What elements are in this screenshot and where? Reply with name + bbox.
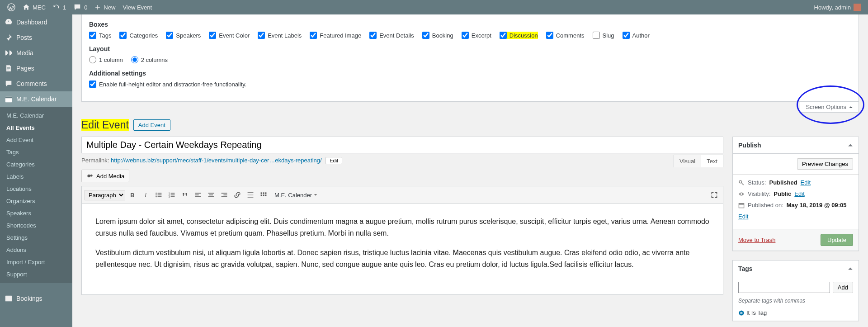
site-name: MEC bbox=[33, 4, 46, 11]
comment-icon bbox=[73, 3, 81, 11]
plus-icon bbox=[94, 4, 101, 10]
avatar bbox=[854, 4, 861, 11]
comments-count: 0 bbox=[84, 4, 87, 11]
updates-count: 1 bbox=[63, 4, 66, 11]
updates-icon bbox=[53, 4, 60, 11]
new-content[interactable]: New bbox=[91, 0, 119, 14]
howdy-user[interactable]: Howdy, admin bbox=[811, 0, 864, 14]
wp-logo[interactable] bbox=[4, 0, 19, 14]
comments-bubble[interactable]: 0 bbox=[70, 0, 91, 14]
admin-bar: MEC 1 0 New View Event Howdy, admin bbox=[0, 0, 868, 14]
site-home[interactable]: MEC bbox=[19, 0, 49, 14]
updates[interactable]: 1 bbox=[49, 0, 70, 14]
home-icon bbox=[23, 4, 30, 11]
view-event[interactable]: View Event bbox=[119, 0, 156, 14]
new-label: New bbox=[104, 4, 115, 11]
